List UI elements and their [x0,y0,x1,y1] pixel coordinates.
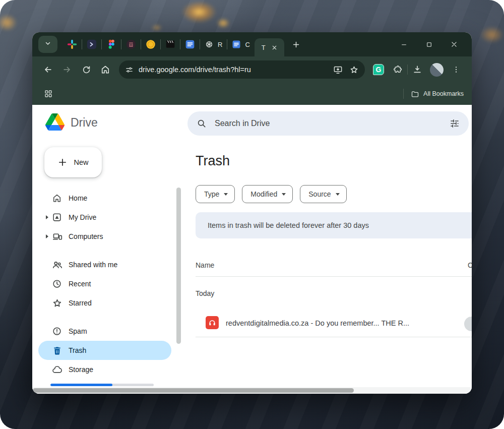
expand-arrow-icon[interactable] [46,215,48,219]
sidebar-item-label: Recent [69,280,91,288]
back-button[interactable] [38,60,57,79]
bookmark-button[interactable] [346,62,362,78]
url-text[interactable]: drive.google.com/drive/trash?hl=ru [139,66,330,74]
horizontal-scrollbar-thumb[interactable] [33,388,354,393]
drive-search-bar[interactable]: Search in Drive [187,111,469,136]
grammarly-icon: G [376,66,382,74]
install-app-button[interactable] [330,62,346,78]
sidebar-item-label: Home [69,194,87,202]
table-header-divider [196,276,472,277]
tab-active-trash[interactable]: T [255,38,284,56]
all-bookmarks-button[interactable]: All Bookmarks [411,90,464,98]
drive-brand-name: Drive [71,116,98,130]
downloads-icon [412,65,422,75]
grammarly-extension-button[interactable]: G [373,64,384,75]
sidebar-item-home[interactable]: Home [38,189,171,208]
apps-shortcut-button[interactable] [40,84,56,103]
sidebar-scrollbar[interactable] [176,188,181,344]
chip-label: Modified [250,190,277,198]
pinned-tab-coin[interactable] [141,36,160,53]
clapperboard-icon [165,39,175,49]
trash-retention-banner: Items in trash will be deleted forever a… [196,212,472,238]
file-row[interactable]: redventdigitalmedia.co.za - Do you remem… [187,309,472,337]
sidebar-item-label: Computers [69,232,103,240]
drive-app: Drive Search in Drive New Home [32,105,472,394]
sidebar-item-recent[interactable]: Recent [38,274,171,293]
filter-chip-source[interactable]: Source [300,185,346,203]
desktop: R C T [0,0,504,429]
downloads-button[interactable] [408,60,427,79]
reload-button[interactable] [77,60,96,79]
filter-chip-modified[interactable]: Modified [242,185,293,203]
plus-icon [292,41,300,48]
tab-docs-c[interactable]: C [227,36,254,53]
tab-search-button[interactable] [38,36,57,53]
tab-chatgpt[interactable]: R [200,36,227,53]
my-drive-icon [51,212,62,223]
home-button[interactable] [96,60,115,79]
sidebar-item-starred[interactable]: Starred [38,293,171,313]
forward-button[interactable] [57,60,77,79]
sidebar-item-trash[interactable]: Trash [38,341,171,360]
city-lights [480,26,504,43]
filter-chip-type[interactable]: Type [196,185,235,203]
expand-slot [42,234,51,238]
pinned-tabs [62,36,200,53]
folder-icon [411,90,419,98]
trash-icon [51,345,62,356]
close-icon [451,41,458,48]
sidebar-item-label: Storage [69,365,93,374]
pinned-tab-docs[interactable] [180,36,200,53]
horizontal-scrollbar[interactable] [32,387,472,394]
sidebar-item-my-drive[interactable]: My Drive [38,208,171,227]
advanced-search-tune-icon[interactable] [450,118,460,129]
browser-menu-button[interactable] [447,60,466,79]
pinned-tab-bank-site[interactable] [121,36,141,53]
drive-logo[interactable] [45,113,65,133]
pinned-tab-figma[interactable] [102,36,121,53]
search-placeholder: Search in Drive [215,119,450,128]
profile-avatar[interactable] [430,63,444,77]
new-tab-button[interactable] [287,35,305,53]
maximize-button[interactable] [416,32,442,56]
pinned-tab-clapperboard[interactable] [161,36,180,53]
sidebar-item-computers[interactable]: Computers [38,227,171,246]
close-tab-icon[interactable] [272,44,277,51]
apps-grid-icon [44,89,53,98]
pinned-tab-slack[interactable] [62,36,82,53]
expand-arrow-icon[interactable] [46,234,48,238]
address-bar[interactable]: drive.google.com/drive/trash?hl=ru [119,60,365,79]
close-window-button[interactable] [442,32,467,56]
sidebar-item-shared-with-me[interactable]: Shared with me [38,255,171,274]
column-header-owner-clipped[interactable]: O [468,261,472,269]
nav-group-gap [38,246,171,255]
pinned-tab-code-tool[interactable] [82,36,101,53]
new-button[interactable]: New [44,147,102,177]
audio-file-icon [206,316,219,329]
all-bookmarks-label: All Bookmarks [423,90,464,97]
banner-text: Items in trash will be deleted forever a… [208,221,369,229]
page-title: Trash [196,153,230,169]
sidebar-item-storage[interactable]: Storage [38,360,171,379]
home-icon [51,193,62,204]
drive-sidebar-nav: Home My Drive Computers [38,189,171,379]
storage-cloud-icon [51,364,62,375]
back-icon [43,65,53,75]
city-lights [151,24,162,31]
city-lights [217,18,230,28]
star-icon [349,65,359,75]
minimize-icon [401,41,407,48]
storage-usage-bar [50,384,154,386]
extensions-puzzle-icon [393,65,403,75]
sidebar-item-spam[interactable]: Spam [38,322,171,341]
file-name: redventdigitalmedia.co.za - Do you remem… [226,309,409,337]
chevron-down-icon [336,193,340,196]
browser-window: R C T [32,32,472,394]
minimize-button[interactable] [391,32,416,56]
column-header-name[interactable]: Name [196,261,214,269]
expand-slot [42,215,51,219]
search-icon [197,118,207,129]
site-settings-icon[interactable] [125,66,134,74]
extensions-button[interactable] [388,60,407,79]
kebab-menu-icon [452,66,460,74]
